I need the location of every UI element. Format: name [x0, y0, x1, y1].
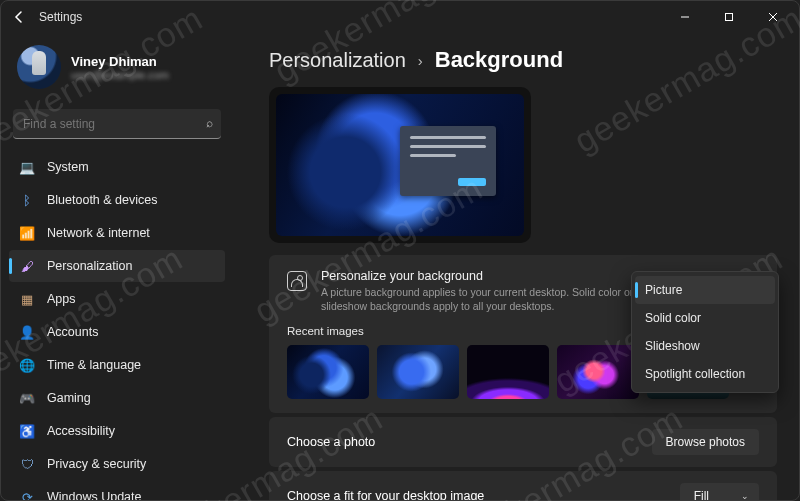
dropdown-option-solid[interactable]: Solid color — [635, 304, 775, 332]
brush-icon: 🖌 — [19, 258, 35, 274]
preview-settings-card — [400, 126, 496, 196]
choose-fit-row: Choose a fit for your desktop image Fill… — [269, 471, 777, 500]
sidebar-item-update[interactable]: ⟳Windows Update — [9, 481, 225, 500]
preview-wallpaper — [276, 94, 524, 236]
sidebar-item-apps[interactable]: ▦Apps — [9, 283, 225, 315]
close-button[interactable] — [751, 2, 795, 32]
sidebar-item-accessibility[interactable]: ♿Accessibility — [9, 415, 225, 447]
accessibility-icon: ♿ — [19, 423, 35, 439]
browse-photos-button[interactable]: Browse photos — [652, 429, 759, 455]
panel-subtitle: A picture background applies to your cur… — [321, 285, 641, 313]
profile-name: Viney Dhiman — [71, 54, 169, 69]
sidebar-item-privacy[interactable]: 🛡Privacy & security — [9, 448, 225, 480]
back-button[interactable] — [5, 3, 33, 31]
bluetooth-icon: ᛒ — [19, 192, 35, 208]
background-type-dropdown: Picture Solid color Slideshow Spotlight … — [631, 271, 779, 393]
sidebar-item-personalization[interactable]: 🖌Personalization — [9, 250, 225, 282]
search-box[interactable]: ⌕ — [13, 109, 221, 139]
dropdown-option-picture[interactable]: Picture — [635, 276, 775, 304]
choose-photo-label: Choose a photo — [287, 435, 375, 449]
shield-icon: 🛡 — [19, 456, 35, 472]
profile-email: user@example.com — [71, 69, 169, 81]
globe-icon: 🌐 — [19, 357, 35, 373]
sidebar-item-label: Accessibility — [47, 424, 115, 438]
window-controls — [663, 2, 795, 32]
breadcrumb-parent[interactable]: Personalization — [269, 49, 406, 72]
recent-image-thumb[interactable] — [377, 345, 459, 399]
dropdown-option-spotlight[interactable]: Spotlight collection — [635, 360, 775, 388]
background-preview — [269, 87, 531, 243]
system-icon: 💻 — [19, 159, 35, 175]
profile[interactable]: Viney Dhiman user@example.com — [9, 37, 225, 101]
sidebar-item-label: System — [47, 160, 89, 174]
settings-window: Settings Viney Dhiman user@example.com ⌕… — [0, 0, 800, 501]
sidebar-item-label: Windows Update — [47, 490, 142, 500]
avatar — [17, 45, 61, 89]
search-input[interactable] — [13, 109, 221, 139]
chevron-down-icon: ⌄ — [741, 491, 749, 500]
sidebar-item-label: Personalization — [47, 259, 132, 273]
svg-rect-1 — [726, 14, 733, 21]
choose-photo-row: Choose a photo Browse photos — [269, 417, 777, 467]
panel-title: Personalize your background — [321, 269, 641, 283]
sidebar-item-accounts[interactable]: 👤Accounts — [9, 316, 225, 348]
dropdown-option-slideshow[interactable]: Slideshow — [635, 332, 775, 360]
sidebar-item-gaming[interactable]: 🎮Gaming — [9, 382, 225, 414]
sidebar-item-label: Bluetooth & devices — [47, 193, 158, 207]
fit-select-value: Fill — [694, 489, 709, 500]
sidebar-item-label: Time & language — [47, 358, 141, 372]
person-icon: 👤 — [19, 324, 35, 340]
sidebar-item-label: Accounts — [47, 325, 98, 339]
minimize-button[interactable] — [663, 2, 707, 32]
sidebar-item-network[interactable]: 📶Network & internet — [9, 217, 225, 249]
sidebar-item-label: Gaming — [47, 391, 91, 405]
chevron-right-icon: › — [418, 52, 423, 69]
titlebar: Settings — [1, 1, 799, 33]
maximize-button[interactable] — [707, 2, 751, 32]
apps-icon: ▦ — [19, 291, 35, 307]
fit-select[interactable]: Fill ⌄ — [680, 483, 759, 500]
recent-image-thumb[interactable] — [287, 345, 369, 399]
choose-fit-label: Choose a fit for your desktop image — [287, 489, 484, 500]
window-title: Settings — [39, 10, 663, 24]
sidebar-item-system[interactable]: 💻System — [9, 151, 225, 183]
sidebar: Viney Dhiman user@example.com ⌕ 💻System … — [1, 33, 233, 500]
picture-icon — [287, 271, 307, 291]
search-icon: ⌕ — [206, 116, 213, 130]
wifi-icon: 📶 — [19, 225, 35, 241]
recent-image-thumb[interactable] — [557, 345, 639, 399]
sidebar-item-bluetooth[interactable]: ᛒBluetooth & devices — [9, 184, 225, 216]
sidebar-item-time[interactable]: 🌐Time & language — [9, 349, 225, 381]
nav: 💻System ᛒBluetooth & devices 📶Network & … — [9, 151, 225, 500]
content: Personalization › Background Personalize… — [233, 33, 799, 500]
sidebar-item-label: Network & internet — [47, 226, 150, 240]
update-icon: ⟳ — [19, 489, 35, 500]
recent-image-thumb[interactable] — [467, 345, 549, 399]
breadcrumb-current: Background — [435, 47, 563, 73]
sidebar-item-label: Apps — [47, 292, 76, 306]
breadcrumb: Personalization › Background — [269, 33, 777, 87]
gamepad-icon: 🎮 — [19, 390, 35, 406]
sidebar-item-label: Privacy & security — [47, 457, 146, 471]
